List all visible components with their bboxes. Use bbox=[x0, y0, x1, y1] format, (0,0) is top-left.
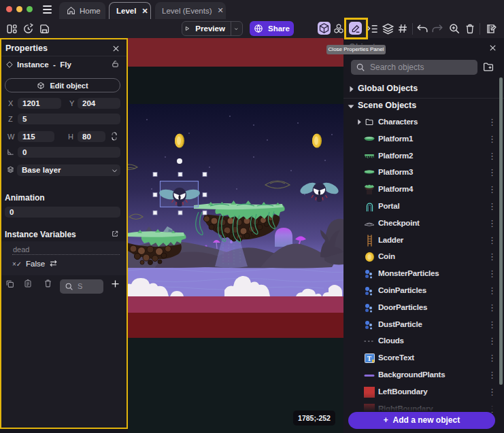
svg-text:T: T bbox=[367, 356, 372, 362]
svg-text:1785;-252: 1785;-252 bbox=[298, 414, 331, 422]
